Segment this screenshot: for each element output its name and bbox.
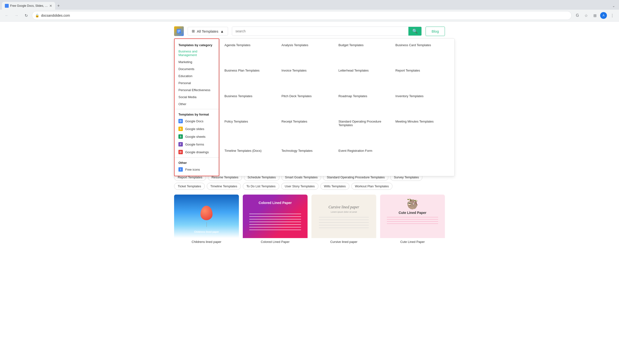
forms-label: Google forms: [185, 143, 204, 146]
dropdown-item-docs[interactable]: D Google Docs: [175, 117, 219, 125]
address-bar[interactable]: 🔒 docsandslides.com: [32, 11, 572, 20]
google-icon[interactable]: G: [574, 12, 581, 19]
by-format-title: Templates by format: [175, 111, 219, 117]
link-sop[interactable]: Standard Operating Procedure Templates: [338, 119, 393, 146]
site-header: ⊞ All Templates ▲ 🔍 Blog: [174, 26, 445, 36]
extension-button[interactable]: ⊞: [591, 12, 599, 19]
chevron-down-icon: ▲: [220, 29, 224, 33]
lock-icon: 🔒: [35, 14, 39, 17]
reload-button[interactable]: ↻: [22, 12, 30, 19]
cursive-line-1: [319, 217, 368, 217]
link-technology[interactable]: Technology Templates: [281, 148, 336, 172]
link-inventory[interactable]: Inventory Templates: [395, 94, 450, 117]
nav-bar: ← → ↻ 🔒 docsandslides.com G ☆ ⊞ A ⋮: [0, 10, 619, 21]
link-meeting[interactable]: Meeting Minutes Templates: [395, 119, 450, 146]
dropdown-item-personal[interactable]: Personal: [175, 80, 219, 86]
cursive-line-5: [319, 228, 368, 228]
thumb-cute-lined[interactable]: 🦥 Cute Lined Paper Cute Lined Paper: [380, 195, 445, 246]
link-budget[interactable]: Budget Templates: [338, 42, 393, 67]
dropdown-item-sheets[interactable]: S Google sheets: [175, 133, 219, 140]
dropdown-item-slides[interactable]: S Google slides: [175, 125, 219, 133]
docs-label: Google Docs: [185, 119, 203, 123]
dropdown-item-other-cat[interactable]: Other: [175, 100, 219, 108]
blog-button[interactable]: Blog: [425, 27, 445, 36]
dropdown-item-business[interactable]: Business and Management: [175, 48, 219, 58]
link-business-card[interactable]: Business Card Templates: [395, 42, 450, 67]
thumb-img-cursive: Cursive lined paper Lorem ipsum dolor si…: [311, 195, 376, 238]
dropdown-item-marketing[interactable]: Marketing: [175, 58, 219, 66]
thumb-colored-lined[interactable]: Colored Lined Paper Colored Lined Paper: [243, 195, 308, 246]
forward-button[interactable]: →: [13, 12, 20, 19]
link-timeline[interactable]: Timeline Templates (Docs): [225, 148, 279, 172]
site-logo[interactable]: [174, 26, 184, 36]
dropdown-content-panel: Agenda Templates Analysis Templates Budg…: [219, 38, 455, 176]
by-category-title: Templates by category: [175, 41, 219, 48]
cute-card-content: 🦥 Cute Lined Paper: [380, 195, 445, 238]
thumb-childrens-lined[interactable]: Childrens lined paper Childrens lined pa…: [174, 195, 239, 246]
dropdown-item-free-icons[interactable]: I Free icons: [175, 166, 219, 173]
dropdown-item-social-media[interactable]: Social Media: [175, 94, 219, 100]
link-business[interactable]: Business Templates: [225, 94, 279, 117]
dropdown-item-documents[interactable]: Documents: [175, 66, 219, 72]
search-input[interactable]: [232, 27, 408, 36]
dropdown-item-personal-effectiveness[interactable]: Personal Effectiveness: [175, 86, 219, 94]
back-button[interactable]: ←: [3, 12, 11, 19]
slides-label: Google slides: [185, 127, 204, 131]
tab-favicon: [5, 4, 9, 8]
search-button[interactable]: 🔍: [408, 27, 422, 36]
divider-1: [175, 109, 219, 109]
tag-user-story[interactable]: User Story Templates: [281, 183, 318, 190]
link-agenda[interactable]: Agenda Templates: [225, 42, 279, 67]
tag-wills[interactable]: Wills Templates: [320, 183, 349, 190]
browser-chrome: Free Google Docs, Slides, She... ✕ + ⌄ ←…: [0, 0, 619, 22]
icons-label: Free icons: [185, 168, 200, 171]
dropdown-item-drawings[interactable]: D Google drawings: [175, 148, 219, 156]
tag-workout[interactable]: Workout Plan Templates: [351, 183, 393, 190]
thumb-title-childrens: Childrens lined paper: [174, 238, 239, 246]
other-title: Other: [175, 159, 219, 166]
more-menu-button[interactable]: ⋮: [608, 12, 616, 19]
cursive-line-4: [319, 225, 368, 225]
link-invoice[interactable]: Invoice Templates: [281, 68, 336, 92]
slides-icon: S: [178, 127, 183, 131]
link-letterhead[interactable]: Letterhead Templates: [338, 68, 393, 92]
colored-paper-lines: [249, 207, 301, 232]
new-tab-button[interactable]: +: [55, 2, 62, 9]
all-templates-button[interactable]: ⊞ All Templates ▲: [188, 27, 228, 36]
profile-menu-button[interactable]: A: [600, 12, 607, 19]
cute-line-1: [387, 217, 438, 217]
page-content: ⊞ All Templates ▲ 🔍 Blog Templates by ca…: [164, 22, 455, 250]
tag-timeline[interactable]: Timeline Templates: [207, 183, 241, 190]
link-policy[interactable]: Policy Templates: [225, 119, 279, 146]
thumb-cursive-lined[interactable]: Cursive lined paper Lorem ipsum dolor si…: [311, 195, 376, 246]
link-receipt[interactable]: Receipt Templates: [281, 119, 336, 146]
active-tab[interactable]: Free Google Docs, Slides, She... ✕: [2, 2, 55, 10]
thumb-title-colored: Colored Lined Paper: [243, 238, 308, 246]
tag-ticket[interactable]: Ticket Templates: [174, 183, 205, 190]
tag-todo[interactable]: To Do List Templates: [243, 183, 279, 190]
forms-icon: F: [178, 142, 183, 146]
tab-close-button[interactable]: ✕: [49, 4, 52, 8]
all-templates-label: All Templates: [197, 29, 218, 33]
thumb-img-childrens: Childrens lined paper: [174, 195, 239, 238]
link-event[interactable]: Event Registration Form: [338, 148, 393, 172]
minimize-button[interactable]: ⌄: [610, 2, 617, 9]
link-roadmap[interactable]: Roadmap Templates: [338, 94, 393, 117]
thumb-title-cursive: Cursive lined paper: [311, 238, 376, 246]
link-business-plan[interactable]: Business Plan Templates: [225, 68, 279, 92]
dropdown-item-forms[interactable]: F Google forms: [175, 140, 219, 148]
tab-end-buttons: ⌄: [610, 2, 617, 9]
link-report[interactable]: Report Templates: [395, 68, 450, 92]
cursive-card-content: Cursive lined paper Lorem ipsum dolor si…: [311, 200, 376, 233]
drawings-label: Google drawings: [185, 150, 209, 154]
bookmark-button[interactable]: ☆: [582, 12, 590, 19]
search-bar: 🔍: [232, 27, 422, 36]
dropdown-item-education[interactable]: Education: [175, 72, 219, 80]
sloth-emoji: 🦥: [407, 198, 419, 210]
link-pitch[interactable]: Pitch Deck Templates: [281, 94, 336, 117]
thumb-img-colored: Colored Lined Paper: [243, 195, 308, 238]
link-analysis[interactable]: Analysis Templates: [281, 42, 336, 67]
childrens-card-text: Childrens lined paper: [194, 231, 219, 233]
colored-paper-title-text: Colored Lined Paper: [259, 197, 292, 207]
icons-icon: I: [178, 167, 183, 172]
